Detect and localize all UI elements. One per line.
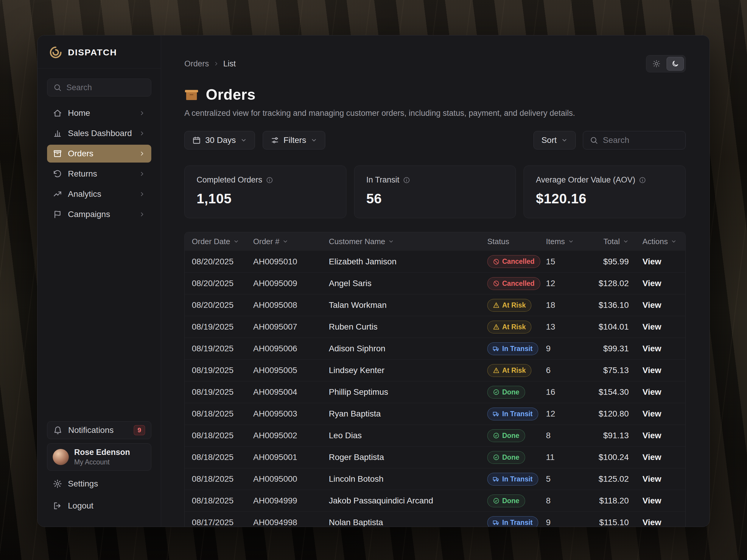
status-badge: Done bbox=[487, 386, 525, 399]
done-icon bbox=[493, 454, 499, 460]
notifications-label: Notifications bbox=[68, 425, 114, 435]
date-range-button[interactable]: 30 Days bbox=[184, 131, 255, 150]
actions-cell: View bbox=[642, 474, 685, 484]
info-icon[interactable] bbox=[403, 177, 410, 184]
dark-mode-button[interactable] bbox=[667, 57, 684, 71]
stat-label-row: Average Order Value (AOV) bbox=[536, 175, 673, 185]
view-order-button[interactable]: View bbox=[642, 431, 661, 440]
status-label: In Transit bbox=[502, 345, 533, 353]
view-order-button[interactable]: View bbox=[642, 300, 661, 310]
view-order-button[interactable]: View bbox=[642, 322, 661, 332]
column-header-customer-name[interactable]: Customer Name bbox=[328, 237, 487, 246]
in-transit-icon bbox=[493, 410, 499, 417]
chevron-down-icon bbox=[568, 238, 574, 244]
sort-button[interactable]: Sort bbox=[534, 131, 576, 150]
sidebar-item-orders[interactable]: Orders bbox=[47, 145, 151, 163]
status-cell: At Risk bbox=[487, 299, 545, 312]
in-transit-icon bbox=[493, 345, 499, 352]
status-badge: In Transit bbox=[487, 516, 538, 527]
total-cell: $125.02 bbox=[588, 474, 642, 484]
view-order-button[interactable]: View bbox=[642, 366, 661, 375]
total-cell: $115.10 bbox=[588, 518, 642, 527]
sidebar-search-input[interactable] bbox=[67, 83, 172, 92]
filters-button[interactable]: Filters bbox=[263, 131, 325, 150]
app-window: DISPATCH HomeSales DashboardOrdersReturn… bbox=[37, 35, 710, 527]
sidebar-bottom: Notifications 9 Rose Edenson My Account … bbox=[37, 414, 161, 527]
sidebar-item-settings[interactable]: Settings bbox=[47, 475, 151, 493]
avatar bbox=[53, 449, 69, 465]
customer-name-cell: Adison Siphron bbox=[328, 344, 487, 353]
nav-item-label: Campaigns bbox=[68, 210, 110, 219]
status-badge: In Transit bbox=[487, 342, 538, 355]
sidebar-item-home[interactable]: Home bbox=[47, 104, 151, 122]
order-date-cell: 08/18/2025 bbox=[185, 474, 253, 484]
items-cell: 9 bbox=[545, 518, 588, 527]
breadcrumb-orders[interactable]: Orders bbox=[184, 59, 209, 69]
status-label: In Transit bbox=[502, 475, 533, 483]
order-number-cell: AH0095005 bbox=[253, 366, 328, 375]
actions-cell: View bbox=[642, 431, 685, 440]
order-number-cell: AH0095004 bbox=[253, 387, 328, 397]
table-search[interactable] bbox=[583, 131, 686, 150]
items-cell: 12 bbox=[545, 279, 588, 288]
sidebar-item-analytics[interactable]: Analytics bbox=[47, 185, 151, 203]
status-cell: At Risk bbox=[487, 364, 545, 377]
column-header-actions[interactable]: Actions bbox=[642, 237, 685, 246]
orders-table: Order DateOrder #Customer NameStatusItem… bbox=[184, 232, 686, 527]
actions-cell: View bbox=[642, 279, 685, 288]
order-number-cell: AH0095007 bbox=[253, 322, 328, 332]
status-label: Done bbox=[502, 453, 519, 461]
actions-cell: View bbox=[642, 496, 685, 506]
customer-name-cell: Lindsey Kenter bbox=[328, 366, 487, 375]
sidebar-item-sales-dashboard[interactable]: Sales Dashboard bbox=[47, 125, 151, 142]
dispatch-logo-icon bbox=[49, 46, 62, 59]
stat-value: $120.16 bbox=[536, 190, 673, 207]
info-icon[interactable] bbox=[266, 177, 273, 184]
sidebar-item-notifications[interactable]: Notifications 9 bbox=[47, 421, 151, 439]
status-badge: Cancelled bbox=[487, 255, 540, 268]
status-label: Done bbox=[502, 432, 519, 440]
page-description: A centralized view for tracking and mana… bbox=[184, 109, 686, 118]
info-icon[interactable] bbox=[639, 177, 646, 184]
view-order-button[interactable]: View bbox=[642, 279, 661, 288]
status-badge: In Transit bbox=[487, 473, 538, 486]
view-order-button[interactable]: View bbox=[642, 409, 661, 419]
view-order-button[interactable]: View bbox=[642, 257, 661, 266]
column-label: Order # bbox=[253, 237, 279, 246]
status-badge: Done bbox=[487, 495, 525, 507]
sidebar-search[interactable] bbox=[47, 79, 151, 97]
table-search-input[interactable] bbox=[603, 135, 679, 145]
order-date-cell: 08/20/2025 bbox=[185, 279, 253, 288]
status-badge: At Risk bbox=[487, 321, 531, 334]
in-transit-icon bbox=[493, 519, 499, 526]
total-cell: $118.20 bbox=[588, 496, 642, 506]
view-order-button[interactable]: View bbox=[642, 453, 661, 462]
column-header-order[interactable]: Order # bbox=[253, 237, 328, 246]
view-order-button[interactable]: View bbox=[642, 387, 661, 397]
view-order-button[interactable]: View bbox=[642, 518, 661, 527]
done-icon bbox=[493, 389, 499, 395]
column-header-items[interactable]: Items bbox=[545, 237, 588, 246]
sidebar-nav: HomeSales DashboardOrdersReturnsAnalytic… bbox=[37, 104, 161, 223]
sidebar-item-campaigns[interactable]: Campaigns bbox=[47, 206, 151, 223]
view-order-button[interactable]: View bbox=[642, 344, 661, 353]
sidebar-item-logout[interactable]: Logout bbox=[47, 497, 151, 515]
order-date-cell: 08/18/2025 bbox=[185, 431, 253, 440]
chevron-down-icon bbox=[282, 238, 288, 244]
order-date-cell: 08/18/2025 bbox=[185, 496, 253, 506]
status-label: At Risk bbox=[502, 301, 526, 309]
column-header-status[interactable]: Status bbox=[487, 237, 545, 246]
nav-item-label: Analytics bbox=[68, 189, 101, 199]
user-name: Rose Edenson bbox=[74, 448, 130, 457]
user-account[interactable]: Rose Edenson My Account bbox=[47, 443, 151, 471]
column-header-order-date[interactable]: Order Date bbox=[185, 237, 253, 246]
view-order-button[interactable]: View bbox=[642, 496, 661, 506]
stat-label: Completed Orders bbox=[197, 175, 262, 185]
sidebar-item-returns[interactable]: Returns bbox=[47, 165, 151, 183]
column-header-total[interactable]: Total bbox=[588, 237, 642, 246]
stat-value: 1,105 bbox=[197, 190, 334, 207]
order-date-cell: 08/19/2025 bbox=[185, 322, 253, 332]
column-label: Items bbox=[546, 237, 565, 246]
light-mode-button[interactable] bbox=[648, 57, 665, 71]
view-order-button[interactable]: View bbox=[642, 474, 661, 484]
